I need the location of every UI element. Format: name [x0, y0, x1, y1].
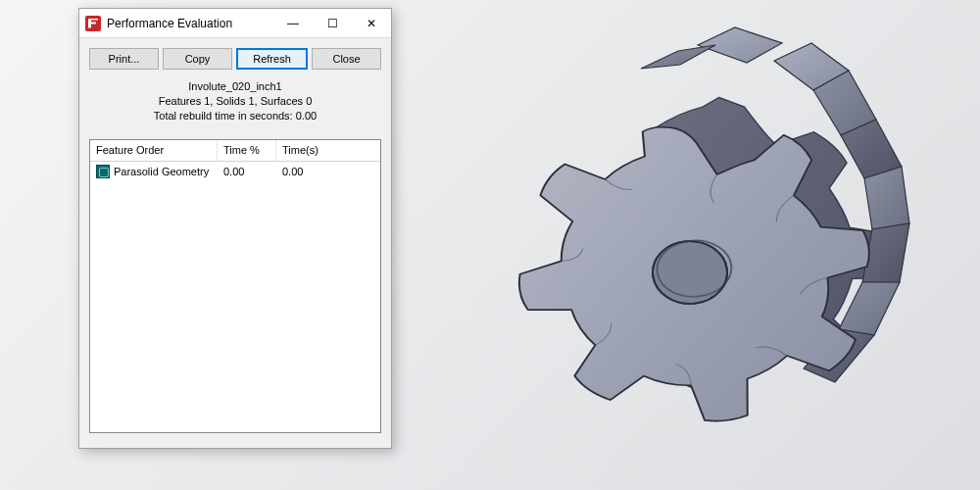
summary-rebuild-time: Total rebuild time in seconds: 0.00: [79, 109, 391, 123]
performance-evaluation-dialog: Performance Evaluation — ☐ ✕ Print... Co…: [78, 8, 392, 449]
parasolid-icon: [96, 165, 110, 178]
table-row[interactable]: Parasolid Geometry 0.00 0.00: [90, 162, 380, 181]
column-time-percent[interactable]: Time %: [218, 140, 276, 161]
print-button[interactable]: Print...: [89, 48, 159, 70]
close-button[interactable]: Close: [312, 48, 381, 70]
svg-marker-3: [864, 167, 909, 229]
minimize-button[interactable]: —: [273, 9, 313, 37]
solidworks-icon: [85, 16, 101, 31]
svg-marker-7: [698, 27, 782, 63]
column-time-seconds[interactable]: Time(s): [276, 140, 335, 161]
time-seconds-cell: 0.00: [276, 166, 335, 177]
maximize-button[interactable]: ☐: [313, 9, 352, 37]
toolbar: Print... Copy Refresh Close: [79, 38, 391, 75]
summary-part-name: Involute_020_inch1: [79, 79, 391, 94]
summary-counts: Features 1, Solids 1, Surfaces 0: [79, 94, 391, 109]
copy-button[interactable]: Copy: [163, 48, 232, 70]
time-percent-cell: 0.00: [218, 166, 276, 177]
feature-table: Feature Order Time % Time(s) Parasolid G…: [89, 139, 381, 433]
titlebar[interactable]: Performance Evaluation — ☐ ✕: [79, 9, 391, 38]
column-feature-order[interactable]: Feature Order: [90, 140, 218, 161]
close-window-button[interactable]: ✕: [352, 9, 391, 37]
refresh-button[interactable]: Refresh: [236, 48, 308, 70]
summary-block: Involute_020_inch1 Features 1, Solids 1,…: [79, 75, 391, 133]
window-controls: — ☐ ✕: [273, 9, 391, 37]
table-header: Feature Order Time % Time(s): [90, 140, 380, 162]
svg-marker-8: [641, 45, 715, 69]
feature-name-cell: Parasolid Geometry: [114, 166, 209, 177]
dialog-title: Performance Evaluation: [107, 17, 273, 30]
gear-3d-viewport[interactable]: [470, 10, 941, 480]
